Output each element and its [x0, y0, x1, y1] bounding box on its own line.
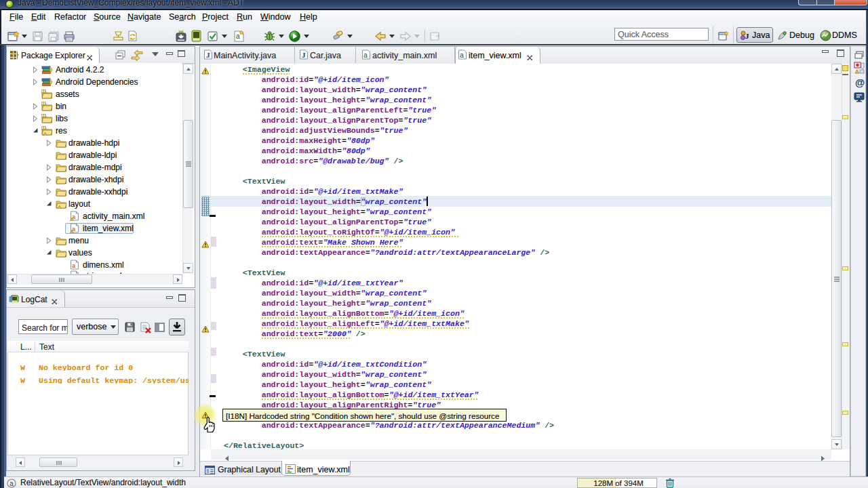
- svg-text:a: a: [9, 481, 14, 488]
- svg-text:a: a: [460, 52, 464, 60]
- svg-text:J: J: [302, 51, 306, 59]
- svg-text:a: a: [236, 33, 240, 40]
- svg-text:a: a: [363, 52, 368, 60]
- svg-text:J: J: [206, 51, 210, 59]
- svg-text:a: a: [72, 263, 76, 270]
- svg-text:J: J: [745, 32, 749, 40]
